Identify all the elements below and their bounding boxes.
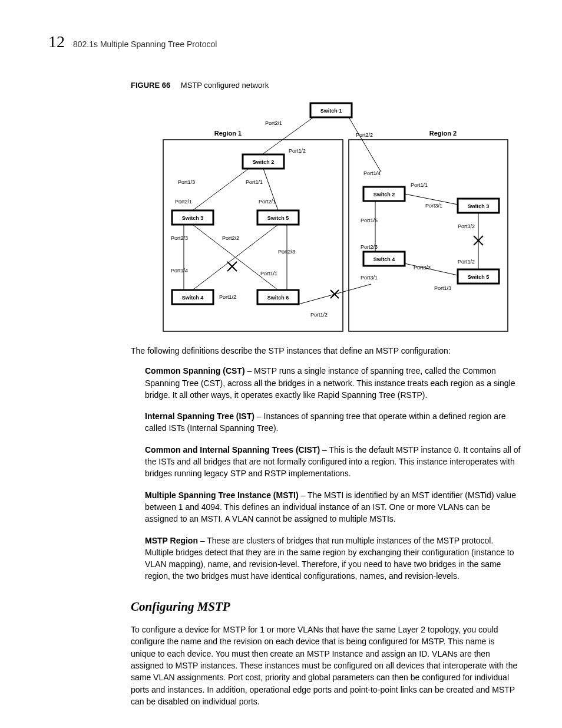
port-label: Port2/1 [259,199,276,205]
port-label: Port3/1 [361,275,378,281]
switch-label: Switch 3 [468,203,490,209]
region-label: Region 2 [429,130,457,137]
intro-paragraph: The following definitions describe the S… [131,345,521,357]
definition-term: Multiple Spanning Tree Instance (MSTI) [145,490,299,500]
switch-label: Switch 1 [320,108,342,114]
port-label: Port1/2 [310,312,328,318]
region-label: Region 1 [214,130,242,137]
switch-label: Switch 2 [253,159,275,165]
port-label: Port3/1 [425,203,442,209]
switch-label: Switch 6 [267,295,289,301]
definition-term: Common Spanning (CST) [145,366,245,375]
definition-term: Internal Spanning Tree (IST) [145,411,254,421]
body-text: The following definitions describe the S… [131,345,521,707]
figure-caption: FIGURE 66 MSTP configured network [131,81,527,90]
port-label: Port1/5 [361,218,378,223]
definition-term: MSTP Region [145,536,198,545]
port-label: Port1/3 [434,285,451,291]
port-label: Port1/2 [289,148,306,154]
port-label: Port3/3 [414,265,431,271]
port-label: Port1/4 [171,268,188,274]
svg-line-2 [349,117,381,172]
port-label: Port1/2 [219,294,236,300]
port-label: Port2/2 [356,132,373,138]
definition-term: Common and Internal Spanning Trees (CIST… [145,445,320,454]
chapter-number: 12 [48,32,65,51]
figure-block: FIGURE 66 MSTP configured network Switch… [131,81,527,334]
definition-text: – These are clusters of bridges that run… [145,536,514,581]
switch-label: Switch 5 [468,274,490,280]
definitions-block: Common Spanning (CST) – MSTP runs a sing… [145,365,521,582]
definition-item: Common and Internal Spanning Trees (CIST… [145,444,521,480]
running-head: 12 802.1s Multiple Spanning Tree Protoco… [48,32,527,51]
port-label: Port1/1 [260,271,277,276]
port-label: Port2/1 [175,199,192,205]
switch-label: Switch 2 [373,192,395,197]
switch-label: Switch 3 [182,215,204,221]
figure-label: FIGURE 66 [131,81,170,90]
port-label: Port3/2 [458,223,475,229]
port-label: Port1/2 [458,259,475,265]
port-label: Port1/4 [363,170,381,176]
definition-item: MSTP Region – These are clusters of brid… [145,535,521,582]
svg-rect-4 [349,140,508,331]
section-paragraph: To configure a device for MSTP for 1 or … [131,624,521,707]
page: 12 802.1s Multiple Spanning Tree Protoco… [0,0,562,728]
switch-label: Switch 5 [267,215,289,221]
switch-label: Switch 4 [182,295,204,301]
svg-line-30 [405,263,458,275]
port-label: Port1/1 [411,182,428,188]
port-label: Port2/3 [361,244,378,250]
running-title: 802.1s Multiple Spanning Tree Protocol [73,39,217,49]
definition-item: Common Spanning (CST) – MSTP runs a sing… [145,365,521,401]
port-label: Port2/2 [222,235,239,241]
port-label: Port2/1 [265,120,282,126]
diagram: Switch 1 Port2/1 Port2/2 Region 1 Region… [160,95,527,334]
port-label: Port2/3 [171,235,188,241]
mstp-diagram-svg: Switch 1 Port2/1 Port2/2 Region 1 Region… [160,95,514,334]
port-label: Port1/3 [178,179,195,185]
svg-line-10 [193,169,249,210]
port-label: Port1/1 [246,179,263,185]
definition-item: Internal Spanning Tree (IST) – Instances… [145,410,521,434]
section-heading: Configuring MSTP [131,598,521,615]
switch-label: Switch 4 [373,256,395,262]
definition-item: Multiple Spanning Tree Instance (MSTI) –… [145,489,521,525]
figure-caption-text: MSTP configured network [181,81,269,90]
